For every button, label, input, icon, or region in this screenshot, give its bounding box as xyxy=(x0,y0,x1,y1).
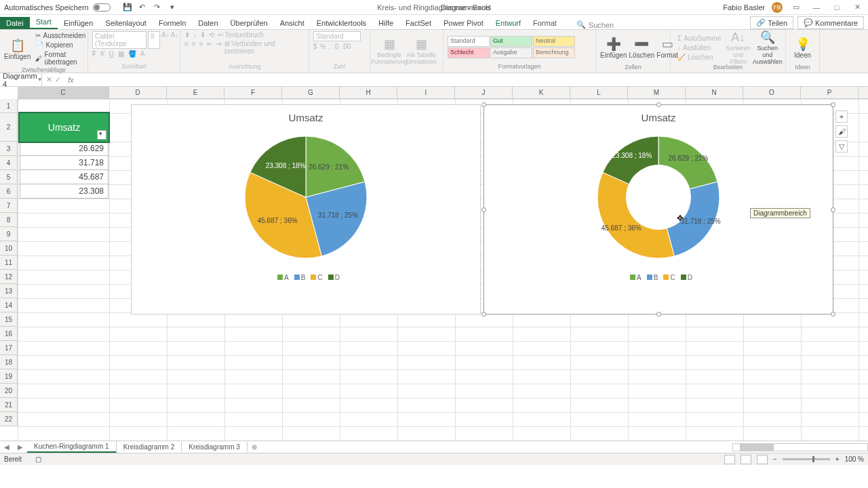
enter-formula-icon[interactable]: ✓ xyxy=(55,75,61,84)
merge-button[interactable]: ⊞ Verbinden und zentrieren xyxy=(224,40,304,55)
style-gut[interactable]: Gut xyxy=(490,36,532,47)
tab-insert[interactable]: Einfügen xyxy=(58,17,99,29)
new-sheet-icon[interactable]: ⊕ xyxy=(248,443,261,451)
col-header-N[interactable]: N xyxy=(686,87,743,98)
font-size-select[interactable]: 9 xyxy=(148,31,160,49)
table-row[interactable]: 31.718 xyxy=(20,156,108,170)
tab-factset[interactable]: FactSet xyxy=(399,17,437,29)
chart-doughnut[interactable]: Umsatz 26.629 ; 21%31.718 ; 25%45.687 ; … xyxy=(484,104,833,314)
decrease-font-icon[interactable]: A↓ xyxy=(171,31,179,49)
dec-dec-icon[interactable]: .00 xyxy=(342,43,351,50)
search-box[interactable]: 🔍 Suchen xyxy=(576,20,614,29)
row-header-12[interactable]: 12 xyxy=(0,270,18,284)
sort-filter-button[interactable]: A↓Sortieren und Filtern xyxy=(726,31,751,64)
style-schlecht[interactable]: Schlecht xyxy=(448,47,490,58)
indent-dec-icon[interactable]: ⇤ xyxy=(207,40,212,55)
row-header-11[interactable]: 11 xyxy=(0,256,18,270)
zoom-in-icon[interactable]: + xyxy=(835,455,840,463)
clear-button[interactable]: 🧹 Löschen xyxy=(675,53,724,62)
ideas-button[interactable]: 💡Ideen xyxy=(790,31,815,64)
paste-button[interactable]: 📋Einfügen xyxy=(4,33,31,65)
chart-pie[interactable]: Umsatz 26.629 ; 21%31.718 ; 25%45.687 ; … xyxy=(131,104,481,314)
align-center-icon[interactable]: ≡ xyxy=(192,40,196,55)
row-header-2[interactable]: 2 xyxy=(0,113,18,142)
row-header-10[interactable]: 10 xyxy=(0,241,18,256)
name-box[interactable]: Diagramm 4 ▼ xyxy=(0,73,42,86)
fill-color-icon[interactable]: 🪣 xyxy=(128,50,136,58)
comments-button[interactable]: 💬 Kommentare xyxy=(797,16,864,29)
tab-nav-next-icon[interactable]: ▶ xyxy=(14,443,27,451)
toggle-switch-icon[interactable] xyxy=(93,3,111,12)
table-header-umsatz[interactable]: Umsatz xyxy=(20,113,108,142)
copy-button[interactable]: 📄 Kopieren xyxy=(33,41,88,49)
style-neutral[interactable]: Neutral xyxy=(533,36,575,47)
row-header-7[interactable]: 7 xyxy=(0,199,18,213)
align-top-icon[interactable]: ⬆ xyxy=(184,31,190,39)
row-header-17[interactable]: 17 xyxy=(0,341,18,355)
autosave-toggle[interactable]: Automatisches Speichern xyxy=(4,3,111,12)
bold-icon[interactable]: F xyxy=(92,50,96,58)
col-header-F[interactable]: F xyxy=(224,87,282,98)
style-standard[interactable]: Standard xyxy=(448,36,490,47)
user-avatar[interactable]: FB xyxy=(772,2,783,13)
col-header-D[interactable]: D xyxy=(109,87,167,98)
tab-pagelayout[interactable]: Seitenlayout xyxy=(99,17,153,29)
undo-icon[interactable]: ↶ xyxy=(138,3,147,12)
col-header-J[interactable]: J xyxy=(455,87,513,98)
macro-record-icon[interactable]: ▢ xyxy=(35,455,41,463)
comma-icon[interactable]: , xyxy=(328,43,330,50)
fx-icon[interactable]: fx xyxy=(65,76,77,84)
tab-design[interactable]: Entwurf xyxy=(490,17,527,29)
number-format-select[interactable]: Standard xyxy=(313,31,361,41)
zoom-out-icon[interactable]: − xyxy=(773,455,777,463)
wrap-text-button[interactable]: ↩ Textumbruch xyxy=(218,31,264,39)
filter-dropdown-icon[interactable] xyxy=(97,130,106,140)
horizontal-scrollbar[interactable] xyxy=(732,443,868,451)
maximize-icon[interactable]: □ xyxy=(830,3,844,12)
row-header-5[interactable]: 5 xyxy=(0,170,18,184)
indent-inc-icon[interactable]: ⇥ xyxy=(216,40,221,55)
formula-input[interactable] xyxy=(77,73,868,86)
percent-icon[interactable]: % xyxy=(320,43,326,50)
row-header-18[interactable]: 18 xyxy=(0,355,18,369)
save-icon[interactable]: 💾 xyxy=(123,3,132,12)
table-row[interactable]: 45.687 xyxy=(20,170,108,184)
orientation-icon[interactable]: ⟲ xyxy=(209,31,214,39)
sheet-tab-1[interactable]: Kuchen-Ringdiagramm 1 xyxy=(27,441,117,453)
insert-cells-button[interactable]: ➕Einfügen xyxy=(600,31,627,64)
chart-elements-button[interactable]: + xyxy=(835,110,848,123)
close-icon[interactable]: ✕ xyxy=(850,3,864,12)
row-header-3[interactable]: 3 xyxy=(0,142,18,156)
align-right-icon[interactable]: ≡ xyxy=(199,40,203,55)
row-header-1[interactable]: 1 xyxy=(0,99,18,113)
col-header-K[interactable]: K xyxy=(513,87,570,98)
table-row[interactable]: 23.308 xyxy=(20,184,108,199)
font-name-select[interactable]: Calibri (Textkörpe xyxy=(92,31,146,49)
page-break-view-icon[interactable] xyxy=(757,455,768,464)
tab-formulas[interactable]: Formeln xyxy=(153,17,192,29)
row-header-20[interactable]: 20 xyxy=(0,384,18,398)
col-header-H[interactable]: H xyxy=(340,87,397,98)
increase-font-icon[interactable]: A↑ xyxy=(161,31,170,49)
ribbon-display-icon[interactable]: ▭ xyxy=(789,3,803,12)
currency-icon[interactable]: $ xyxy=(313,43,317,50)
font-color-icon[interactable]: A xyxy=(140,50,145,58)
align-left-icon[interactable]: ≡ xyxy=(184,40,189,55)
chart-styles-button[interactable]: 🖌 xyxy=(835,125,848,138)
sheet-tab-3[interactable]: Kreisdiagramm 3 xyxy=(182,442,248,452)
col-header-O[interactable]: O xyxy=(743,87,801,98)
col-header-I[interactable]: I xyxy=(397,87,455,98)
tab-help[interactable]: Hilfe xyxy=(372,17,399,29)
fill-button[interactable]: ↓ Ausfüllen xyxy=(675,43,724,52)
autosum-button[interactable]: Σ AutoSumme xyxy=(675,34,724,43)
sheet-tab-2[interactable]: Kreisdiagramm 2 xyxy=(117,442,182,452)
tab-developer[interactable]: Entwicklertools xyxy=(311,17,372,29)
conditional-format-button[interactable]: ▦Bedingte Formatierung xyxy=(374,35,404,67)
row-header-19[interactable]: 19 xyxy=(0,369,18,384)
tab-data[interactable]: Daten xyxy=(192,17,224,29)
tab-format[interactable]: Format xyxy=(527,17,563,29)
row-header-13[interactable]: 13 xyxy=(0,284,18,298)
worksheet-grid[interactable]: CDEFGHIJKLMNOP 1234567891011121314151617… xyxy=(0,87,868,441)
italic-icon[interactable]: K xyxy=(100,50,105,58)
cancel-formula-icon[interactable]: ✕ xyxy=(46,75,52,84)
